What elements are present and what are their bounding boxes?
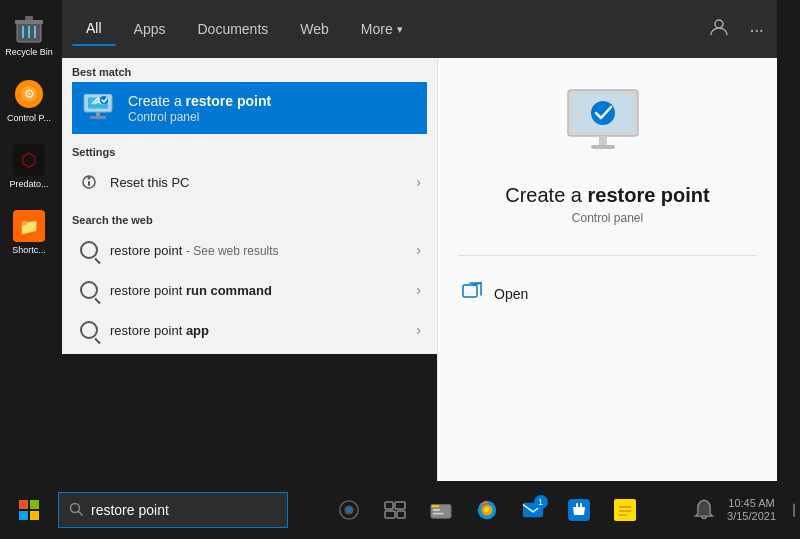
recycle-bin-icon[interactable]: Recycle Bin: [5, 10, 53, 58]
svg-rect-52: [576, 503, 578, 509]
taskbar: 1: [0, 481, 800, 539]
web-result-3-chevron: ›: [416, 322, 421, 338]
web-result-2[interactable]: restore point run command ›: [72, 270, 427, 310]
svg-rect-40: [395, 502, 405, 509]
web-search-icon-1: [78, 239, 100, 261]
web-search-icon-3: [78, 319, 100, 341]
svg-rect-26: [599, 136, 607, 146]
svg-rect-31: [30, 500, 39, 509]
predator-icon[interactable]: ⬡ Predato...: [9, 142, 48, 190]
web-result-3[interactable]: restore point app ›: [72, 310, 427, 350]
person-icon[interactable]: [705, 13, 733, 46]
svg-rect-41: [385, 511, 395, 518]
open-button[interactable]: Open: [458, 274, 757, 313]
svg-rect-42: [397, 511, 405, 518]
search-input[interactable]: [91, 502, 261, 518]
tab-apps[interactable]: Apps: [120, 13, 180, 45]
recycle-bin-label: Recycle Bin: [5, 48, 53, 58]
svg-rect-45: [432, 509, 439, 511]
svg-rect-32: [19, 511, 28, 520]
settings-header: Settings: [72, 146, 427, 158]
tab-web[interactable]: Web: [286, 13, 343, 45]
web-search-icon-2: [78, 279, 100, 301]
reset-pc-item[interactable]: Reset this PC ›: [72, 162, 427, 202]
ellipsis-icon[interactable]: ···: [745, 14, 767, 45]
nav-right: ···: [705, 13, 767, 46]
best-match-header: Best match: [72, 66, 427, 78]
shortcut-label: Shortc...: [12, 246, 46, 256]
controlpanel-label: Control P...: [7, 114, 51, 124]
settings-section: Settings Reset this PC ›: [62, 138, 437, 206]
mail-taskbar-icon[interactable]: 1: [514, 491, 552, 529]
notes-taskbar-icon[interactable]: [606, 491, 644, 529]
predator-label: Predato...: [9, 180, 48, 190]
desktop-icons: Recycle Bin ⚙ Control P... ⬡ Predato...: [0, 0, 58, 481]
notification-icon[interactable]: [685, 491, 723, 529]
svg-rect-29: [463, 285, 477, 297]
svg-rect-46: [432, 513, 443, 515]
best-match-subtitle: Control panel: [128, 110, 271, 124]
reset-pc-label: Reset this PC: [110, 175, 416, 190]
svg-rect-27: [591, 145, 615, 149]
web-search-section: Search the web restore point - See web r…: [62, 206, 437, 354]
shortcut-icon[interactable]: 📁 Shortc...: [11, 208, 47, 256]
svg-point-21: [88, 177, 91, 180]
date: 3/15/2021: [727, 510, 776, 523]
more-chevron-icon: ▾: [397, 23, 403, 36]
clock[interactable]: 10:45 AM 3/15/2021: [727, 497, 776, 523]
show-desktop-button[interactable]: ▕: [784, 502, 796, 519]
svg-point-49: [484, 507, 490, 513]
svg-rect-33: [30, 511, 39, 520]
svg-point-28: [591, 101, 615, 125]
web-result-2-chevron: ›: [416, 282, 421, 298]
svg-point-38: [346, 508, 351, 513]
svg-rect-22: [88, 181, 90, 186]
right-panel-actions: Open: [458, 274, 757, 313]
open-label: Open: [494, 286, 528, 302]
svg-text:⬡: ⬡: [21, 150, 37, 170]
svg-point-13: [715, 20, 723, 28]
store-taskbar-icon[interactable]: [560, 491, 598, 529]
best-match-title: Create a restore point: [128, 92, 271, 110]
file-explorer-taskbar-icon[interactable]: [422, 491, 460, 529]
firefox-taskbar-icon[interactable]: [468, 491, 506, 529]
svg-rect-39: [385, 502, 393, 509]
open-icon: [462, 282, 482, 305]
svg-rect-2: [25, 16, 33, 20]
start-button[interactable]: [0, 481, 58, 539]
taskbar-right: 10:45 AM 3/15/2021 ▕: [685, 491, 800, 529]
taskbar-search-icon: [69, 502, 83, 519]
svg-rect-53: [580, 503, 582, 509]
web-result-3-label: restore point app: [110, 323, 416, 338]
web-result-1[interactable]: restore point - See web results ›: [72, 230, 427, 270]
right-panel-title: Create a restore point: [505, 184, 710, 207]
tab-all[interactable]: All: [72, 12, 116, 46]
time: 10:45 AM: [727, 497, 776, 510]
best-match-text: Create a restore point Control panel: [128, 92, 271, 124]
web-result-2-label: restore point run command: [110, 283, 416, 298]
best-match-item-icon: [82, 90, 118, 126]
svg-text:📁: 📁: [19, 217, 39, 236]
more-label: More: [361, 21, 393, 37]
web-search-header: Search the web: [72, 214, 427, 226]
svg-rect-18: [96, 112, 100, 116]
tab-documents[interactable]: Documents: [183, 13, 282, 45]
taskbar-search-box[interactable]: [58, 492, 288, 528]
svg-rect-30: [19, 500, 28, 509]
best-match-item[interactable]: Create a restore point Control panel: [72, 82, 427, 134]
controlpanel-icon[interactable]: ⚙ Control P...: [7, 76, 51, 124]
cortana-icon[interactable]: [330, 491, 368, 529]
svg-text:⚙: ⚙: [23, 87, 34, 101]
tab-more[interactable]: More ▾: [347, 13, 417, 45]
taskbar-middle: 1: [288, 491, 685, 529]
mail-badge: 1: [534, 495, 548, 509]
search-panel: Best match Create a restore point: [62, 58, 437, 354]
task-view-icon[interactable]: [376, 491, 414, 529]
right-panel-subtitle: Control panel: [572, 211, 643, 225]
search-nav: All Apps Documents Web More ▾ ···: [62, 0, 777, 58]
best-match-section: Best match Create a restore point: [62, 58, 437, 138]
right-panel-monitor-icon: [563, 88, 653, 164]
reset-pc-chevron: ›: [416, 174, 421, 190]
right-panel-divider: [458, 255, 757, 256]
svg-rect-19: [90, 116, 106, 119]
